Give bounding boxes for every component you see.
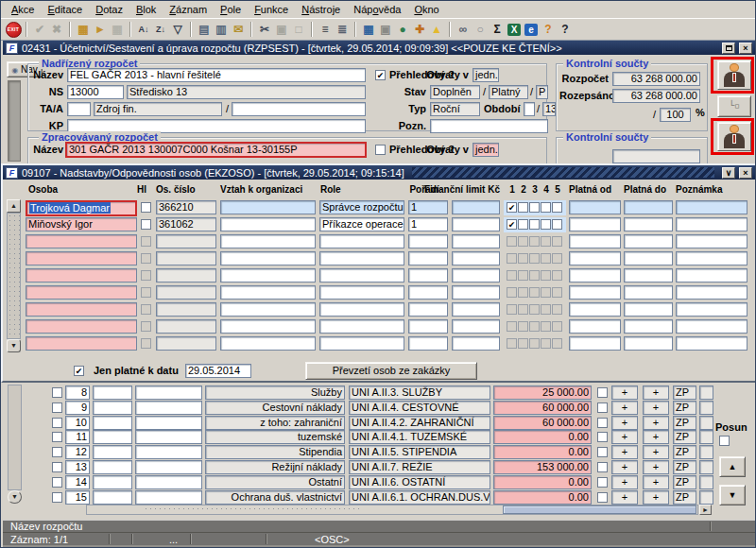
limit-field[interactable] (452, 319, 500, 334)
menu-blok[interactable]: Blok (129, 2, 163, 17)
cancel-icon[interactable]: ✖ (48, 21, 65, 38)
budget-p1-field[interactable]: + (611, 490, 638, 505)
budget-f1-field[interactable] (93, 401, 132, 415)
validity-checkbox[interactable] (552, 287, 562, 298)
role-field[interactable] (319, 251, 404, 265)
vztah-field[interactable] (220, 251, 316, 265)
calendar-icon[interactable]: ▦ (360, 21, 377, 38)
obraty-field[interactable]: jedn. (472, 68, 499, 82)
budget-p2-field[interactable]: + (643, 490, 669, 505)
validity-checkbox[interactable] (541, 270, 551, 281)
budget-vertical-scrollbar[interactable] (8, 385, 22, 490)
validity-checkbox[interactable] (529, 321, 540, 332)
validity-checkbox[interactable] (541, 236, 551, 247)
validity-checkbox[interactable] (552, 219, 562, 230)
validity-checkbox[interactable] (541, 253, 551, 264)
osoba-field[interactable] (26, 251, 137, 265)
menu-funkce[interactable]: Funkce (248, 2, 295, 17)
budget-checkbox[interactable] (52, 432, 62, 442)
limit-field[interactable] (452, 268, 500, 283)
budget-num-field[interactable]: 14 (65, 475, 90, 489)
hl-checkbox[interactable] (141, 202, 151, 213)
print-icon[interactable]: ▤ (196, 21, 213, 38)
budget-f2-field[interactable] (135, 416, 202, 430)
platna-od-field[interactable] (569, 268, 621, 283)
validity-checkbox[interactable] (507, 304, 517, 315)
help-icon[interactable]: ? (557, 21, 574, 38)
budget-name-field[interactable]: Ostatní (205, 475, 345, 489)
ns-code-field[interactable]: 13000 (67, 85, 124, 99)
platna-od-field[interactable] (569, 234, 621, 248)
budget-num-field[interactable]: 10 (65, 416, 90, 430)
execute-query-icon[interactable]: ► (92, 21, 109, 38)
menu-akce[interactable]: Akce (5, 2, 41, 17)
os-cislo-field[interactable]: 366210 (156, 200, 216, 214)
role-field[interactable]: Správce rozpočtu (319, 200, 404, 214)
platna-do-field[interactable] (624, 234, 673, 248)
budget-p2-field[interactable]: + (643, 401, 669, 415)
validity-checkbox[interactable] (541, 321, 551, 332)
taa-code-field[interactable] (67, 102, 91, 116)
budget-p2-field[interactable]: + (643, 445, 669, 459)
tree-button[interactable]: └▫ (717, 95, 751, 117)
validity-checkbox[interactable] (552, 270, 562, 281)
validity-checkbox[interactable] (529, 270, 540, 281)
role-field[interactable]: Příkazce operace (319, 217, 404, 231)
platna-do-field[interactable] (624, 251, 673, 265)
accept-icon[interactable]: ✔ (31, 21, 48, 38)
budget-name-field[interactable]: Režijní náklady (205, 460, 345, 474)
budget-zp-field[interactable]: ZP (673, 460, 696, 474)
validity-checkbox[interactable] (529, 338, 540, 349)
budget-f3-field[interactable] (699, 460, 713, 474)
validity-checkbox[interactable] (507, 321, 517, 332)
validity-checkbox[interactable] (518, 321, 528, 332)
scroll-right-icon[interactable]: ► (699, 505, 712, 515)
restore-icon[interactable] (722, 43, 735, 54)
ns-name-field[interactable]: Středisko 13 (127, 85, 366, 99)
obdobi1-field[interactable] (524, 102, 535, 116)
budget-name-field[interactable]: z toho: zahraniční (205, 416, 345, 430)
platna-od-field[interactable] (569, 200, 621, 214)
menu-zaznam[interactable]: Záznam (163, 2, 214, 17)
budget-num-field[interactable]: 8 (65, 385, 90, 400)
processed-nazev-field[interactable]: 301 GAČR 2013 130007C000 Košnar 13-30155… (65, 142, 367, 158)
budget-f2-field[interactable] (135, 385, 202, 400)
budget-zp-field[interactable]: ZP (673, 430, 696, 444)
budget-zp-field[interactable]: ZP (673, 475, 696, 489)
rozpocet-field[interactable]: 63 268 000.00 (612, 72, 700, 86)
role-field[interactable] (319, 234, 404, 248)
budget-p1-field[interactable]: + (611, 416, 638, 430)
budget-p2-field[interactable]: + (643, 385, 669, 400)
paste-icon[interactable]: □ (290, 21, 307, 38)
osoba-field[interactable] (26, 285, 137, 300)
scrollbar-thumb[interactable] (503, 505, 696, 514)
platna-od-field[interactable] (569, 217, 621, 231)
limit-field[interactable] (452, 234, 500, 248)
vztah-field[interactable] (220, 302, 316, 317)
budget-code-field[interactable]: UNI A.II.5. STIPENDIA (349, 445, 490, 459)
limit-field[interactable] (452, 217, 500, 231)
budget-p1-field[interactable]: + (611, 460, 638, 474)
cut-icon[interactable]: ✂ (256, 21, 273, 38)
menu-dotaz[interactable]: Dotaz (89, 2, 129, 17)
os-cislo-field[interactable] (156, 319, 216, 334)
budget-name-field[interactable]: tuzemské (205, 430, 345, 444)
os-cislo-field[interactable] (156, 234, 216, 248)
role-field[interactable] (319, 302, 404, 317)
budget-f2-field[interactable] (135, 445, 202, 459)
platna-do-field[interactable] (624, 319, 673, 334)
budget-name-field[interactable]: Ochrana duš. vlastnictví (205, 490, 345, 505)
validity-checkbox[interactable] (507, 270, 517, 281)
stav-field[interactable]: Doplněn (430, 85, 480, 99)
budget-zp-field[interactable]: ZP (673, 416, 696, 430)
budget-checkbox[interactable] (52, 418, 62, 428)
close-icon[interactable]: × (739, 167, 752, 179)
osoba-field[interactable] (26, 234, 137, 248)
processed-obraty-field[interactable]: jedn. (472, 143, 499, 157)
osoba-field[interactable] (26, 268, 137, 283)
poradi-field[interactable] (408, 234, 448, 248)
copy-icon[interactable]: ▣ (273, 21, 290, 38)
pozn-field[interactable] (430, 119, 548, 133)
validity-checkbox[interactable]: ✔ (507, 219, 517, 230)
scroll-up-icon[interactable]: ▲ (7, 199, 21, 213)
